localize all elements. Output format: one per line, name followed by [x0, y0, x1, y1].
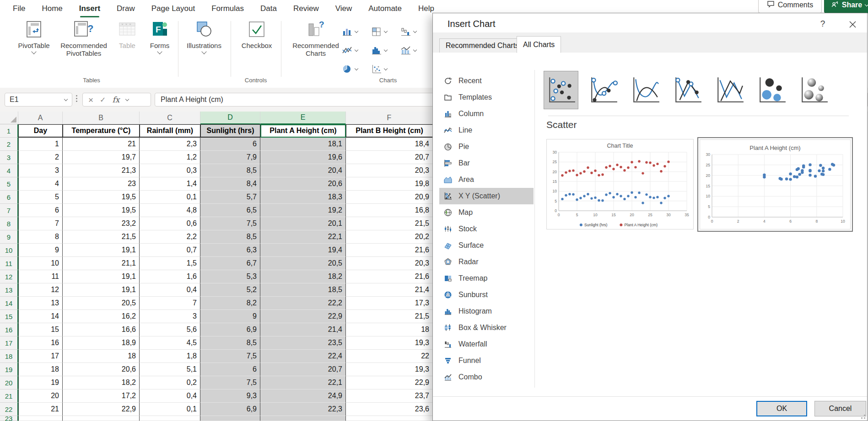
cell-F9[interactable]: 20,2	[346, 230, 433, 244]
row-header-12[interactable]: 12	[0, 270, 18, 283]
cell-C12[interactable]: 1,6	[140, 270, 200, 283]
row-header-9[interactable]: 9	[0, 230, 18, 244]
cell-C22[interactable]: 0,1	[140, 403, 200, 416]
cell-B7[interactable]: 19,5	[63, 204, 140, 217]
help-button[interactable]: ?	[817, 19, 828, 29]
cell-D19[interactable]: 6	[200, 363, 260, 376]
cell-F17[interactable]: 19,3	[346, 336, 433, 350]
cell-A5[interactable]: 4	[18, 177, 63, 191]
category-recent[interactable]: Recent	[439, 73, 534, 89]
share-button[interactable]: Share	[824, 0, 868, 13]
cell-C19[interactable]: 5,1	[140, 363, 200, 376]
row-header-13[interactable]: 13	[0, 283, 18, 297]
cell-F13[interactable]: 21,4	[346, 283, 433, 297]
cell-B22[interactable]: 22,9	[63, 403, 140, 416]
cell-D20[interactable]: 7,5	[200, 376, 260, 389]
cell-E17[interactable]: 23,5	[260, 336, 346, 350]
cell-F14[interactable]: 17,3	[346, 297, 433, 310]
row-header-19[interactable]: 19	[0, 363, 18, 376]
cell-B21[interactable]: 17,2	[63, 389, 140, 403]
row-header-7[interactable]: 7	[0, 204, 18, 217]
cell-E12[interactable]: 18,2	[260, 270, 346, 283]
cell-B19[interactable]: 20,6	[63, 363, 140, 376]
cell-E5[interactable]: 20,6	[260, 177, 346, 191]
row-header-1[interactable]: 1	[0, 124, 18, 138]
cell-F2[interactable]: 18,4	[346, 138, 433, 151]
row-header-21[interactable]: 21	[0, 389, 18, 403]
cell-B8[interactable]: 23,2	[63, 217, 140, 230]
subtype-scatter-button[interactable]	[544, 71, 578, 109]
category-line[interactable]: Line	[439, 122, 534, 139]
cell-B16[interactable]: 16,6	[63, 323, 140, 336]
cell-A2[interactable]: 1	[18, 138, 63, 151]
cell-C14[interactable]: 7	[140, 297, 200, 310]
row-header-15[interactable]: 15	[0, 310, 18, 323]
cell-D11[interactable]: 6,7	[200, 257, 260, 270]
cell-B17[interactable]: 18,9	[63, 336, 140, 350]
cell-B5[interactable]: 23	[63, 177, 140, 191]
cell-A1[interactable]: Day	[18, 124, 63, 138]
chart-preview-default[interactable]: 05101520253005101520253035Chart TitleSun…	[546, 139, 694, 229]
cell-A16[interactable]: 15	[18, 323, 63, 336]
cell-F22[interactable]: 23,6	[346, 403, 433, 416]
cell-C11[interactable]: 1,5	[140, 257, 200, 270]
cell-D17[interactable]: 8,5	[200, 336, 260, 350]
tab-page-layout[interactable]: Page Layout	[151, 4, 195, 13]
category-column[interactable]: Column	[439, 106, 534, 122]
cell-E4[interactable]: 20,4	[260, 164, 346, 177]
cell-C16[interactable]: 5,6	[140, 323, 200, 336]
cell-E3[interactable]: 19,6	[260, 151, 346, 164]
subtype-scatter-straight-button[interactable]	[712, 71, 747, 109]
cell-B1[interactable]: Temperature (°C)	[63, 124, 140, 138]
insert-statistic-chart-button[interactable]	[372, 41, 401, 59]
row-header-8[interactable]: 8	[0, 217, 18, 230]
cell-B14[interactable]: 20,5	[63, 297, 140, 310]
row-header-5[interactable]: 5	[0, 177, 18, 191]
cell-E1[interactable]: Plant A Height (cm)	[260, 124, 346, 138]
tab-formulas[interactable]: Formulas	[211, 4, 244, 13]
column-header-C[interactable]: C	[140, 112, 200, 124]
cell-B15[interactable]: 16,2	[63, 310, 140, 323]
cell-E14[interactable]: 22,2	[260, 297, 346, 310]
cell-B10[interactable]: 19,1	[63, 244, 140, 257]
formula-bar-handle[interactable]	[76, 95, 77, 102]
column-header-F[interactable]: F	[346, 112, 433, 124]
cell-F5[interactable]: 19,8	[346, 177, 433, 191]
row-header-2[interactable]: 2	[0, 138, 18, 151]
cell-A23[interactable]	[18, 416, 63, 421]
cell-D1[interactable]: Sunlight (hrs)	[200, 124, 260, 138]
cell-E21[interactable]: 24,9	[260, 389, 346, 403]
cell-D23[interactable]	[200, 416, 260, 421]
category-treemap[interactable]: Treemap	[439, 270, 534, 287]
row-header-6[interactable]: 6	[0, 191, 18, 204]
cell-D5[interactable]: 8,4	[200, 177, 260, 191]
ok-button[interactable]: OK	[756, 401, 807, 416]
row-header-18[interactable]: 18	[0, 350, 18, 363]
category-templates[interactable]: Templates	[439, 89, 534, 106]
cell-B3[interactable]: 19,7	[63, 151, 140, 164]
tab-help[interactable]: Help	[418, 4, 434, 13]
category-histogram[interactable]: Histogram	[439, 303, 534, 320]
cell-C21[interactable]: 0,4	[140, 389, 200, 403]
cell-B4[interactable]: 21,3	[63, 164, 140, 177]
cell-C17[interactable]: 4,5	[140, 336, 200, 350]
cell-D16[interactable]: 6,9	[200, 323, 260, 336]
insert-function-icon[interactable]: fx	[113, 95, 120, 104]
cell-A8[interactable]: 7	[18, 217, 63, 230]
cell-A6[interactable]: 5	[18, 191, 63, 204]
category-radar[interactable]: Radar	[439, 254, 534, 270]
cell-F19[interactable]: 19,3	[346, 363, 433, 376]
tab-data[interactable]: Data	[260, 4, 277, 13]
cell-E11[interactable]: 20,5	[260, 257, 346, 270]
cell-C18[interactable]: 1,8	[140, 350, 200, 363]
cell-A14[interactable]: 13	[18, 297, 63, 310]
tab-review[interactable]: Review	[293, 4, 319, 13]
cell-D22[interactable]: 6,9	[200, 403, 260, 416]
cell-F3[interactable]: 20,7	[346, 151, 433, 164]
cell-C13[interactable]: 0,4	[140, 283, 200, 297]
cell-F6[interactable]: 20,9	[346, 191, 433, 204]
tab-draw[interactable]: Draw	[117, 4, 135, 13]
cell-D9[interactable]: 8,5	[200, 230, 260, 244]
category-sunburst[interactable]: Sunburst	[439, 287, 534, 303]
name-box[interactable]: E1	[5, 93, 72, 107]
